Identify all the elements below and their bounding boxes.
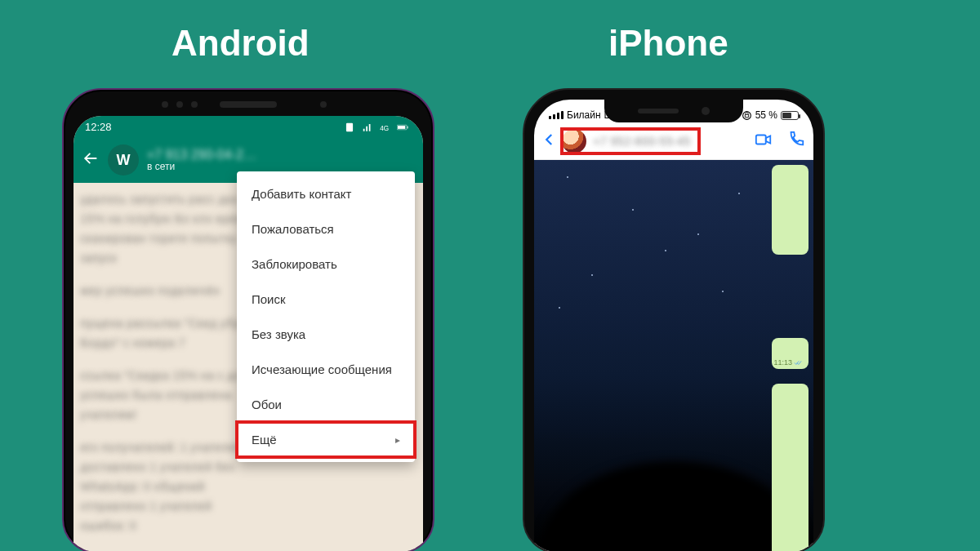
iphone-volume-up xyxy=(523,229,524,269)
iphone-mute-switch xyxy=(523,188,524,211)
signal-icon xyxy=(362,122,373,133)
read-receipt-icon xyxy=(794,358,802,367)
iphone-volume-down xyxy=(523,282,524,322)
battery-percent: 55 % xyxy=(755,109,777,121)
contact-avatar xyxy=(562,129,586,153)
iphone-power-button xyxy=(823,229,825,286)
contact-avatar[interactable]: W xyxy=(108,144,139,176)
android-status-right: 4G xyxy=(341,120,408,133)
contact-phone-blurred: +7 952-800-55-45 xyxy=(593,134,691,148)
menu-report[interactable]: Пожаловаться xyxy=(237,211,415,247)
android-speaker xyxy=(220,101,277,108)
battery-icon xyxy=(781,111,799,120)
menu-disappearing[interactable]: Исчезающие сообщения xyxy=(237,352,415,387)
android-phone-frame: 12:28 4G W +7 913 290-04-2… в сети xyxy=(62,88,434,551)
ios-chat-body: 11:13 xyxy=(534,160,813,551)
menu-wallpaper[interactable]: Обои xyxy=(237,387,415,422)
menu-mute[interactable]: Без звука xyxy=(237,317,415,352)
signal-icon xyxy=(549,111,564,119)
menu-block[interactable]: Заблокировать xyxy=(237,247,415,282)
ios-chat-header: +7 952-800-55-45 xyxy=(534,122,813,160)
android-sensors-left xyxy=(162,101,198,108)
menu-more-label: Ещё xyxy=(252,433,277,447)
svg-rect-7 xyxy=(408,126,408,128)
menu-more[interactable]: Ещё ▸ xyxy=(237,422,415,457)
sent-message-bubble[interactable] xyxy=(772,384,808,551)
message-timestamp: 11:13 xyxy=(773,358,792,367)
network-4g-icon: 4G xyxy=(379,122,390,133)
title-android: Android xyxy=(172,23,310,64)
svg-text:4G: 4G xyxy=(381,124,390,131)
menu-search[interactable]: Поиск xyxy=(237,282,415,317)
iphone-notch xyxy=(604,100,743,122)
svg-rect-6 xyxy=(398,126,405,129)
android-overflow-menu: Добавить контакт Пожаловаться Заблокиров… xyxy=(237,171,415,462)
android-status-bar: 12:28 4G xyxy=(74,116,423,137)
carrier-label: Билайн xyxy=(567,109,601,121)
contact-info[interactable]: +7 952-800-55-45 xyxy=(562,129,750,153)
voice-call-button[interactable] xyxy=(787,131,805,152)
back-button[interactable] xyxy=(82,149,100,171)
menu-add-contact[interactable]: Добавить контакт xyxy=(237,176,415,211)
sent-message-bubble[interactable]: 11:13 xyxy=(772,338,808,369)
sent-message-bubble[interactable] xyxy=(772,165,808,255)
battery-icon xyxy=(397,122,408,133)
android-sensors-right xyxy=(320,101,327,108)
android-status-time: 12:28 xyxy=(85,121,112,133)
contact-info[interactable]: +7 913 290-04-2… в сети xyxy=(147,148,256,173)
iphone-frame: Билайн LTE 55 % +7 952-800-55-45 xyxy=(523,88,825,551)
title-iphone: iPhone xyxy=(608,23,728,64)
svg-rect-3 xyxy=(346,123,353,132)
back-button[interactable] xyxy=(542,132,557,150)
rotation-lock-icon xyxy=(742,110,752,121)
contact-phone-blurred: +7 913 290-04-2… xyxy=(147,148,256,162)
android-screen: 12:28 4G W +7 913 290-04-2… в сети xyxy=(74,116,423,551)
iphone-screen: Билайн LTE 55 % +7 952-800-55-45 xyxy=(534,100,813,551)
svg-rect-9 xyxy=(756,135,766,144)
video-call-button[interactable] xyxy=(755,131,773,152)
sim-icon xyxy=(344,122,355,133)
chevron-right-icon: ▸ xyxy=(395,434,400,446)
